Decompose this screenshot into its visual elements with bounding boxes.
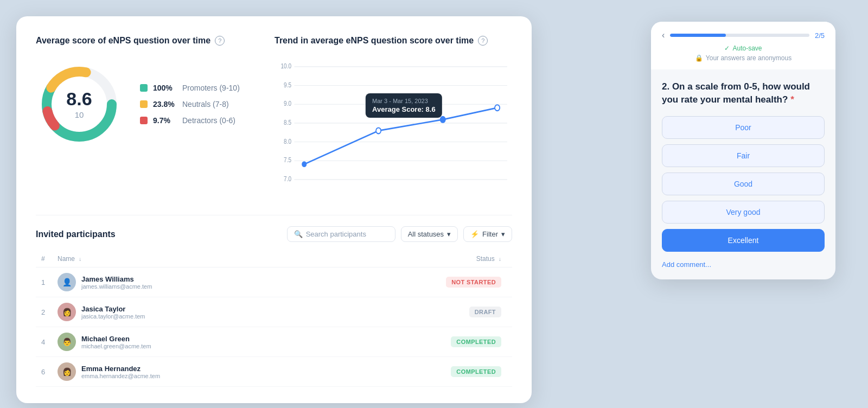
avatar-3: 👨 <box>58 333 76 351</box>
shield-icon: 🔒 <box>695 54 703 62</box>
autosave-label: Auto-save <box>732 44 762 52</box>
participant-name-4: Michael Green <box>81 335 151 343</box>
required-star: * <box>790 94 794 105</box>
participant-info-1: James Williams james.williams@acme.tem <box>81 275 152 290</box>
anonymous-label: Your answers are anonymous <box>706 54 792 62</box>
section1-title: Average score of eNPS question over time… <box>36 36 264 46</box>
participants-table: # Name ↓ Status ↓ 1 👤 James Williams jam… <box>36 251 512 387</box>
participant-info-4: Michael Green michael.green@acme.tem <box>81 335 151 349</box>
section1-title-text: Average score of eNPS question over time <box>36 36 210 46</box>
row-participant-2: 👩 Jasica Taylor jasica.taylor@acme.tem <box>52 297 334 327</box>
svg-text:10.0: 10.0 <box>281 62 292 69</box>
main-analytics-card: Average score of eNPS question over time… <box>16 16 532 403</box>
survey-body: 2. On a scale from 0-5, how would you ra… <box>651 69 835 279</box>
svg-text:9.5: 9.5 <box>284 81 291 88</box>
participant-email-6: emma.hernandez@acme.tem <box>81 373 160 379</box>
participant-email-2: jasica.taylor@acme.tem <box>81 313 145 320</box>
donut-total: 10 <box>66 110 92 119</box>
participant-name-2: Jasica Taylor <box>81 305 145 313</box>
avatar-4: 👩 <box>58 362 76 381</box>
answer-fair[interactable]: Fair <box>662 144 825 167</box>
avatar-1: 👤 <box>58 273 76 291</box>
row-status-4: COMPLETED <box>334 327 512 357</box>
legend-item-neutrals: 23.8% Neutrals (7-8) <box>140 100 240 109</box>
section1-info-icon[interactable]: ? <box>215 36 225 46</box>
participant-name-1: James Williams <box>81 275 152 283</box>
legend-label-neutrals: Neutrals (7-8) <box>182 100 229 109</box>
table-header-row: # Name ↓ Status ↓ <box>36 251 512 267</box>
survey-header: ‹ 2/5 ✓ Auto-save 🔒 Your answers are ano… <box>651 22 835 69</box>
status-badge-6: COMPLETED <box>451 366 501 377</box>
sort-icon-status[interactable]: ↓ <box>499 256 501 262</box>
donut-center: 8.6 10 <box>66 90 92 119</box>
autosave-row: ✓ Auto-save <box>662 44 825 52</box>
col-num: # <box>36 251 52 267</box>
answer-excellent[interactable]: Excellent <box>662 229 825 252</box>
row-num-6: 6 <box>36 357 52 387</box>
search-input[interactable]: Search participants <box>306 230 366 238</box>
filter-button[interactable]: ⚡ Filter ▾ <box>463 226 512 242</box>
left-panel: Average score of eNPS question over time… <box>36 36 264 202</box>
anonymous-row: 🔒 Your answers are anonymous <box>662 54 825 62</box>
section2-title-text: Trend in average eNPS question score ove… <box>275 36 474 46</box>
search-box[interactable]: 🔍 Search participants <box>287 226 395 242</box>
participants-section: Invited participants 🔍 Search participan… <box>36 215 512 387</box>
chart-point-4 <box>495 105 500 111</box>
section2-title: Trend in average eNPS question score ove… <box>275 36 512 46</box>
filter-icon: ⚡ <box>470 230 479 238</box>
row-num-4: 4 <box>36 327 52 357</box>
progress-bar-fill <box>670 34 726 37</box>
svg-text:8.5: 8.5 <box>284 119 291 126</box>
chart-point-2 <box>376 128 381 134</box>
checkmark-icon: ✓ <box>724 44 730 52</box>
status-badge-2: DRAFT <box>469 307 501 317</box>
question-content: 2. On a scale from 0-5, how would you ra… <box>662 81 810 105</box>
row-num-2: 2 <box>36 297 52 327</box>
question-text: 2. On a scale from 0-5, how would you ra… <box>662 80 825 106</box>
participant-info-6: Emma Hernandez emma.hernandez@acme.tem <box>81 365 160 379</box>
legend-dot-promoters <box>140 84 148 92</box>
progress-label: 2/5 <box>815 31 825 40</box>
legend: 100% Promoters (9-10) 23.8% Neutrals (7-… <box>140 84 240 125</box>
row-participant-4: 👨 Michael Green michael.green@acme.tem <box>52 327 334 357</box>
table-row: 1 👤 James Williams james.williams@acme.t… <box>36 267 512 297</box>
back-button[interactable]: ‹ <box>662 30 665 40</box>
answer-options: Poor Fair Good Very good Excellent <box>662 116 825 252</box>
table-row: 6 👩 Emma Hernandez emma.hernandez@acme.t… <box>36 357 512 387</box>
legend-pct-detractors: 9.7% <box>153 116 177 125</box>
donut-chart: 8.6 10 <box>36 61 123 148</box>
legend-label-promoters: Promoters (9-10) <box>182 84 240 92</box>
status-badge-1: NOT STARTED <box>446 277 501 288</box>
chart-point-3 <box>440 116 446 123</box>
answer-very-good[interactable]: Very good <box>662 201 825 224</box>
sort-icon-name[interactable]: ↓ <box>79 256 81 262</box>
legend-item-promoters: 100% Promoters (9-10) <box>140 84 240 92</box>
participants-header: Invited participants 🔍 Search participan… <box>36 226 512 242</box>
search-icon: 🔍 <box>294 230 303 238</box>
survey-card: ‹ 2/5 ✓ Auto-save 🔒 Your answers are ano… <box>651 22 835 279</box>
row-status-2: DRAFT <box>334 297 512 327</box>
survey-nav: ‹ 2/5 <box>662 30 825 40</box>
status-dropdown[interactable]: All statuses ▾ <box>401 226 458 242</box>
table-row: 2 👩 Jasica Taylor jasica.taylor@acme.tem… <box>36 297 512 327</box>
row-status-6: COMPLETED <box>334 357 512 387</box>
chevron-down-icon-filter: ▾ <box>501 230 505 238</box>
progress-bar-container <box>670 34 809 37</box>
table-row: 4 👨 Michael Green michael.green@acme.tem… <box>36 327 512 357</box>
row-participant-1: 👤 James Williams james.williams@acme.tem <box>52 267 334 297</box>
add-comment-button[interactable]: Add comment... <box>662 260 825 269</box>
trend-chart: 10.0 9.5 9.0 8.5 8.0 7.5 7.0 <box>275 61 512 202</box>
section2-info-icon[interactable]: ? <box>478 36 488 46</box>
participant-name-6: Emma Hernandez <box>81 365 160 373</box>
participant-info-2: Jasica Taylor jasica.taylor@acme.tem <box>81 305 145 320</box>
participants-title: Invited participants <box>36 229 116 239</box>
row-num-1: 1 <box>36 267 52 297</box>
trend-chart-svg: 10.0 9.5 9.0 8.5 8.0 7.5 7.0 <box>275 61 512 202</box>
answer-good[interactable]: Good <box>662 173 825 195</box>
svg-text:7.0: 7.0 <box>284 175 291 182</box>
legend-dot-detractors <box>140 117 148 124</box>
donut-area: 8.6 10 100% Promoters (9-10) 23.8% Neutr… <box>36 61 264 148</box>
status-badge-4: COMPLETED <box>451 336 501 347</box>
participant-email-4: michael.green@acme.tem <box>81 343 151 349</box>
answer-poor[interactable]: Poor <box>662 116 825 139</box>
